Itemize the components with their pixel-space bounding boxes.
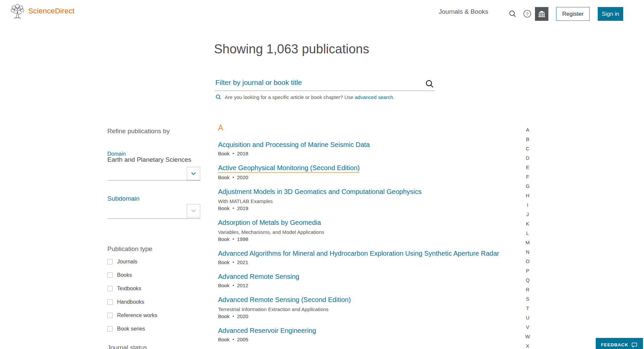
publication-type-options: JournalsBooksTextbooksHandbooksReference…	[107, 258, 200, 332]
checkbox-textbooks[interactable]	[107, 286, 113, 291]
publication-subtitle: With MATLAB Examples	[218, 197, 520, 205]
meta-separator: •	[232, 259, 234, 265]
publication-item: Adjustment Models in 3D Geomatics and Co…	[218, 187, 520, 211]
checkbox-handbooks[interactable]	[107, 299, 113, 305]
filter-option-books[interactable]: Books	[107, 272, 200, 279]
subdomain-field: Subdomain	[107, 195, 200, 219]
domain-label: Domain	[107, 151, 200, 156]
alphabet-letter-g[interactable]: G	[522, 182, 533, 191]
signin-button[interactable]: Sign in	[598, 7, 623, 21]
checkbox-label: Journals	[117, 259, 137, 265]
publication-type: Book	[218, 236, 229, 242]
publication-item: Active Geophysical Monitoring (Second Ed…	[218, 163, 520, 181]
publication-title-link[interactable]: Advanced Remote Sensing (Second Edition)	[218, 295, 351, 304]
publication-item: Adsorption of Metals by GeomediaVariable…	[218, 218, 520, 242]
checkbox-label: Reference works	[117, 312, 157, 318]
publication-title-link[interactable]: Advanced Reservoir Engineering	[218, 326, 316, 335]
publication-title-link[interactable]: Adsorption of Metals by Geomedia	[218, 218, 321, 227]
filter-option-textbooks[interactable]: Textbooks	[107, 285, 200, 292]
advanced-search-hint: Are you looking for a specific article o…	[215, 94, 470, 100]
header-help-button[interactable]: ?	[522, 8, 533, 19]
alphabet-letter-f[interactable]: F	[522, 172, 533, 182]
alphabet-letter-m[interactable]: M	[522, 238, 533, 247]
domain-dropdown-button[interactable]	[187, 167, 200, 180]
publication-type: Book	[218, 205, 229, 211]
meta-separator: •	[232, 313, 234, 319]
alphabet-letter-o[interactable]: O	[522, 257, 533, 266]
publication-subtitle: Terrestrial Information Extraction and A…	[218, 305, 520, 313]
publication-meta: Book•2020	[218, 174, 520, 181]
alphabet-letter-p[interactable]: P	[522, 266, 533, 276]
publication-meta: Book•2012	[218, 282, 520, 289]
alphabet-letter-v[interactable]: V	[522, 322, 533, 332]
alphabet-letter-t[interactable]: T	[522, 304, 533, 313]
publication-meta: Book•2021	[218, 259, 520, 265]
checkbox-label: Textbooks	[117, 286, 141, 292]
publication-year: 1998	[237, 236, 248, 242]
publication-item: Advanced Algorithms for Mineral and Hydr…	[218, 249, 520, 265]
page-title: Showing 1,063 publications	[214, 42, 369, 56]
alphabet-letter-a[interactable]: A	[522, 125, 533, 135]
register-button[interactable]: Register	[556, 7, 590, 21]
filter-option-journals[interactable]: Journals	[107, 258, 200, 265]
alphabet-letter-r[interactable]: R	[522, 285, 533, 294]
publication-title-link[interactable]: Adjustment Models in 3D Geomatics and Co…	[218, 187, 422, 196]
alphabet-letter-x[interactable]: X	[522, 341, 533, 349]
publication-meta: Book•2020	[218, 313, 520, 319]
publication-title-link[interactable]: Active Geophysical Monitoring (Second Ed…	[218, 163, 360, 173]
checkbox-book-series[interactable]	[107, 326, 113, 332]
alphabet-letter-d[interactable]: D	[522, 153, 533, 163]
filter-search-icon[interactable]	[425, 79, 434, 88]
alphabet-letter-j[interactable]: J	[522, 210, 533, 219]
alphabet-letter-b[interactable]: B	[522, 135, 533, 144]
checkbox-reference-works[interactable]	[107, 313, 113, 318]
checkbox-label: Handbooks	[117, 299, 144, 305]
advanced-search-link[interactable]: advanced search	[355, 94, 393, 100]
brand-name[interactable]: ScienceDirect	[28, 7, 74, 15]
institution-access-button[interactable]	[535, 7, 548, 21]
alphabet-letter-q[interactable]: Q	[522, 276, 533, 285]
alphabet-letter-s[interactable]: S	[522, 294, 533, 304]
checkbox-journals[interactable]	[107, 259, 113, 264]
alphabet-letter-n[interactable]: N	[522, 247, 533, 257]
nav-journals-books[interactable]: Journals & Books	[439, 8, 488, 15]
refine-title: Refine publications by	[107, 128, 200, 135]
publication-year: 2005	[237, 336, 248, 343]
filter-option-reference-works[interactable]: Reference works	[107, 312, 200, 319]
publication-title-link[interactable]: Advanced Remote Sensing	[218, 272, 299, 281]
publication-list: Acquisition and Processing of Marine Sei…	[218, 140, 520, 349]
section-letter-heading: A	[218, 123, 520, 132]
filter-input[interactable]	[215, 77, 435, 91]
alphabet-letter-c[interactable]: C	[522, 144, 533, 153]
checkbox-label: Books	[117, 272, 132, 278]
publication-year: 2019	[237, 205, 248, 211]
svg-text:?: ?	[526, 11, 528, 16]
filter-field	[215, 77, 435, 91]
alphabet-letter-k[interactable]: K	[522, 219, 533, 229]
checkbox-books[interactable]	[107, 272, 113, 278]
alphabet-letter-h[interactable]: H	[522, 191, 533, 200]
elsevier-tree-icon	[9, 4, 25, 20]
alphabet-letter-u[interactable]: U	[522, 313, 533, 322]
publication-item: Acquisition and Processing of Marine Sei…	[218, 140, 520, 157]
search-icon	[508, 10, 517, 18]
header-search-button[interactable]	[507, 8, 518, 19]
meta-separator: •	[232, 150, 234, 157]
publication-meta: Book•2019	[218, 205, 520, 211]
filter-option-book-series[interactable]: Book series	[107, 326, 200, 332]
publication-title-link[interactable]: Advanced Algorithms for Mineral and Hydr…	[218, 249, 499, 258]
filter-option-handbooks[interactable]: Handbooks	[107, 299, 200, 305]
refine-sidebar: Refine publications by Domain Earth and …	[107, 128, 200, 349]
alphabet-letter-w[interactable]: W	[522, 332, 533, 341]
alphabet-letter-i[interactable]: I	[522, 200, 533, 210]
alphabet-letter-e[interactable]: E	[522, 163, 533, 172]
publication-type: Book	[218, 336, 229, 343]
feedback-chat-icon	[631, 342, 638, 348]
feedback-button[interactable]: FEEDBACK	[596, 338, 643, 349]
alphabet-letter-l[interactable]: L	[522, 229, 533, 238]
publication-results: A Acquisition and Processing of Marine S…	[218, 123, 520, 349]
header: ScienceDirect Journals & Books ? Registe…	[0, 0, 644, 22]
meta-separator: •	[232, 236, 234, 242]
publication-title-link[interactable]: Acquisition and Processing of Marine Sei…	[218, 140, 370, 149]
subdomain-dropdown-button[interactable]	[187, 204, 200, 217]
